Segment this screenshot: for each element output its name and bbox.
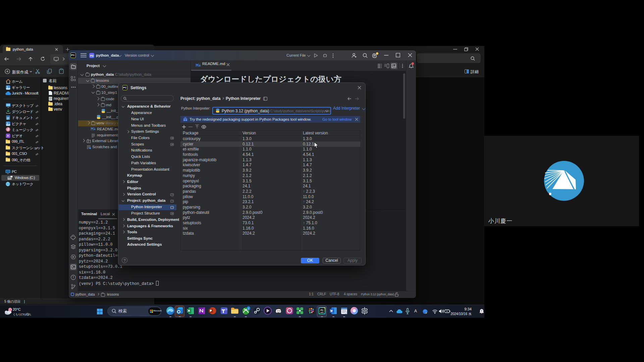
svg-text:z: z (481, 309, 482, 312)
svg-text:PC: PC (320, 309, 324, 311)
svg-text:1: 1 (248, 307, 250, 310)
svg-text:1: 1 (9, 308, 11, 311)
